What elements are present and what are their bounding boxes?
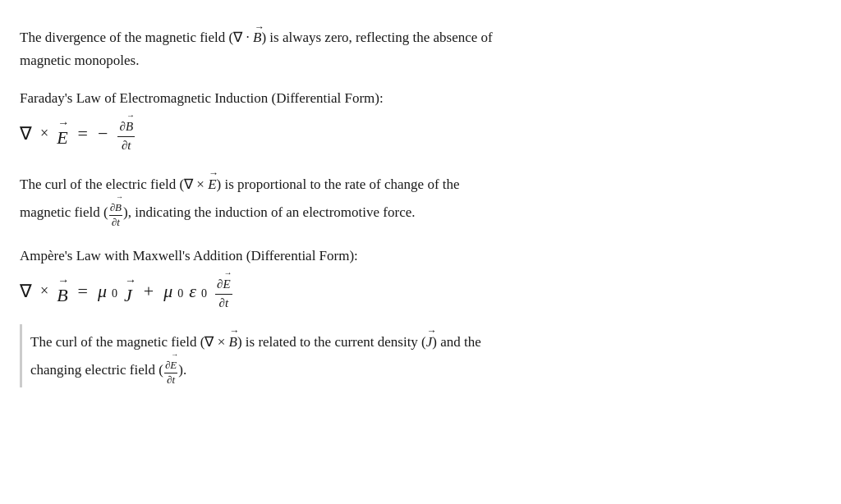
faraday-numerator: ∂B→	[117, 112, 135, 137]
cross-symbol-2: ×	[40, 279, 48, 303]
divergence-text: The divergence of the magnetic field (∇ …	[20, 30, 493, 45]
equals-symbol: =	[78, 119, 88, 148]
epsilon0-symbol: ε	[189, 277, 196, 305]
ampere-numerator: ∂E→	[215, 270, 232, 295]
faraday-section: Faraday's Law of Electromagnetic Inducti…	[20, 87, 759, 153]
ampere-section: Ampère's Law with Maxwell's Addition (Di…	[20, 245, 759, 311]
curl-b-text: The curl of the magnetic field (∇ × B→) …	[30, 334, 481, 350]
ampere-equation: ∇ × B→ = μ0 J→ + μ0 ε0 ∂E→ ∂t	[20, 270, 759, 311]
curl-e-text: The curl of the electric field (∇ × E→) …	[20, 176, 460, 192]
faraday-fraction: ∂B→ ∂t	[117, 112, 135, 153]
divergence-paragraph: The divergence of the magnetic field (∇ …	[20, 20, 759, 72]
faraday-equation: ∇ × E→ = − ∂B→ ∂t	[20, 112, 759, 153]
equals-symbol-2: =	[78, 277, 88, 305]
curl-e-text-cont: magnetic field (∂B→∂t), indicating the i…	[20, 204, 415, 220]
B-vector: B→	[57, 273, 67, 309]
minus-symbol: −	[98, 119, 108, 148]
curl-e-paragraph: The curl of the electric field (∇ × E→) …	[20, 167, 759, 230]
faraday-denominator: ∂t	[120, 137, 133, 154]
ampere-title: Ampère's Law with Maxwell's Addition (Di…	[20, 245, 759, 267]
nabla-symbol-2: ∇	[20, 277, 32, 305]
plus-symbol: +	[144, 277, 154, 305]
curl-b-text-cont: changing electric field (∂E→∂t).	[30, 362, 186, 378]
main-content: The divergence of the magnetic field (∇ …	[20, 20, 759, 387]
mu0-symbol: μ	[98, 277, 107, 305]
cross-symbol: ×	[40, 121, 48, 145]
E-vector: E→	[57, 115, 67, 152]
mu0-symbol-2: μ	[163, 277, 172, 305]
ampere-fraction: ∂E→ ∂t	[215, 270, 232, 311]
J-vector: J→	[124, 273, 132, 309]
curl-b-paragraph: The curl of the magnetic field (∇ × B→) …	[20, 324, 759, 387]
faraday-title: Faraday's Law of Electromagnetic Inducti…	[20, 87, 759, 109]
nabla-symbol: ∇	[20, 119, 32, 148]
ampere-denominator: ∂t	[217, 295, 230, 312]
divergence-text-cont: magnetic monopoles.	[20, 53, 139, 68]
